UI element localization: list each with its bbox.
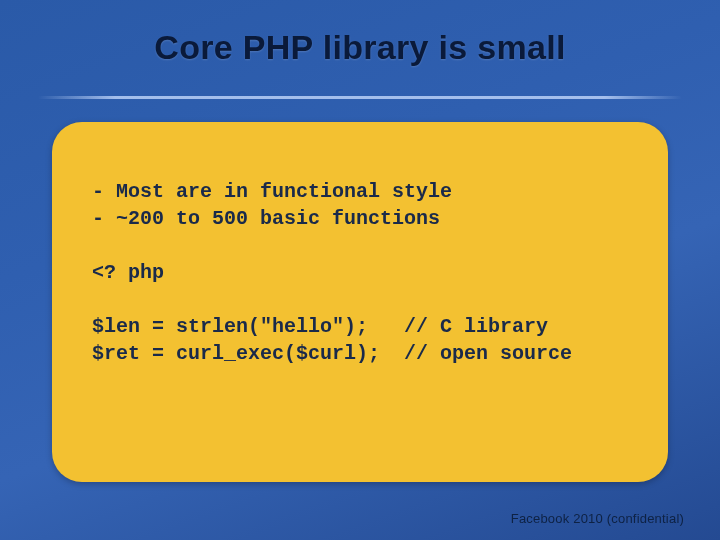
code-line: <? php: [92, 261, 164, 284]
code-line: - ~200 to 500 basic functions: [92, 207, 440, 230]
code-line: $ret = curl_exec($curl); // open source: [92, 342, 572, 365]
code-line: - Most are in functional style: [92, 180, 452, 203]
code-line: $len = strlen("hello"); // C library: [92, 315, 548, 338]
title-divider: [38, 96, 682, 99]
slide-title: Core PHP library is small: [0, 0, 720, 67]
code-panel: - Most are in functional style - ~200 to…: [52, 122, 668, 482]
code-content: - Most are in functional style - ~200 to…: [92, 178, 628, 367]
slide-footer: Facebook 2010 (confidential): [511, 511, 684, 526]
